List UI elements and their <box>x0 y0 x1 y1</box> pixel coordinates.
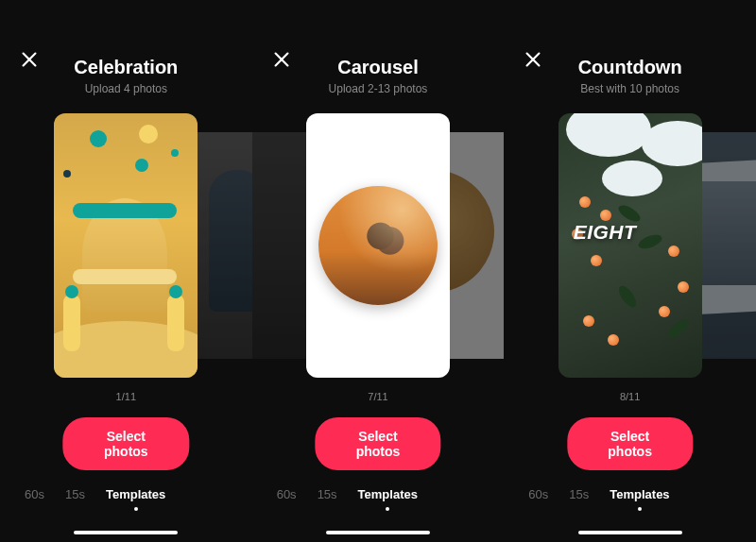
template-subtitle: Upload 2-13 photos <box>252 82 505 95</box>
template-title: Celebration <box>0 57 252 78</box>
template-counter: 8/11 <box>504 391 756 402</box>
template-screen-celebration: Celebration Upload 4 photos 1/11 Select … <box>0 0 252 542</box>
mode-tabs: 60s 15s Templates <box>504 487 756 501</box>
template-title: Carousel <box>252 57 505 78</box>
mode-tabs: 60s 15s Templates <box>252 487 505 501</box>
template-title: Countdown <box>504 57 756 78</box>
template-preview-card[interactable] <box>306 113 450 378</box>
select-photos-button[interactable]: Select photos <box>567 417 693 470</box>
select-photos-button[interactable]: Select photos <box>63 417 189 470</box>
template-subtitle: Best with 10 photos <box>504 82 756 95</box>
template-carousel[interactable]: EIGHT <box>504 109 756 382</box>
template-preview-card[interactable] <box>54 113 198 378</box>
countdown-overlay-text: EIGHT <box>574 221 637 244</box>
template-counter: 1/11 <box>0 391 252 402</box>
tab-templates[interactable]: Templates <box>106 487 165 501</box>
tab-60s[interactable]: 60s <box>25 487 44 501</box>
tab-15s[interactable]: 15s <box>318 487 337 501</box>
template-preview-card[interactable]: EIGHT <box>558 113 702 378</box>
home-indicator[interactable] <box>578 531 682 534</box>
mode-tabs: 60s 15s Templates <box>0 487 252 501</box>
home-indicator[interactable] <box>74 531 178 534</box>
tab-templates[interactable]: Templates <box>358 487 418 501</box>
tab-templates[interactable]: Templates <box>610 487 669 501</box>
template-carousel[interactable] <box>252 109 505 382</box>
template-screen-carousel: Carousel Upload 2-13 photos 7/11 Select … <box>252 0 505 542</box>
template-carousel[interactable] <box>0 109 252 382</box>
template-counter: 7/11 <box>252 391 505 402</box>
template-subtitle: Upload 4 photos <box>0 82 252 95</box>
template-screen-countdown: Countdown Best with 10 photos EIGHT 8/11… <box>504 0 756 542</box>
tab-15s[interactable]: 15s <box>569 487 589 501</box>
home-indicator[interactable] <box>326 531 430 534</box>
template-header: Countdown Best with 10 photos <box>504 57 756 95</box>
tab-60s[interactable]: 60s <box>528 487 548 501</box>
template-header: Carousel Upload 2-13 photos <box>252 57 505 95</box>
template-header: Celebration Upload 4 photos <box>0 57 252 95</box>
tab-60s[interactable]: 60s <box>277 487 297 501</box>
select-photos-button[interactable]: Select photos <box>315 417 440 470</box>
tab-15s[interactable]: 15s <box>65 487 85 501</box>
circle-photo-preview <box>318 186 438 305</box>
